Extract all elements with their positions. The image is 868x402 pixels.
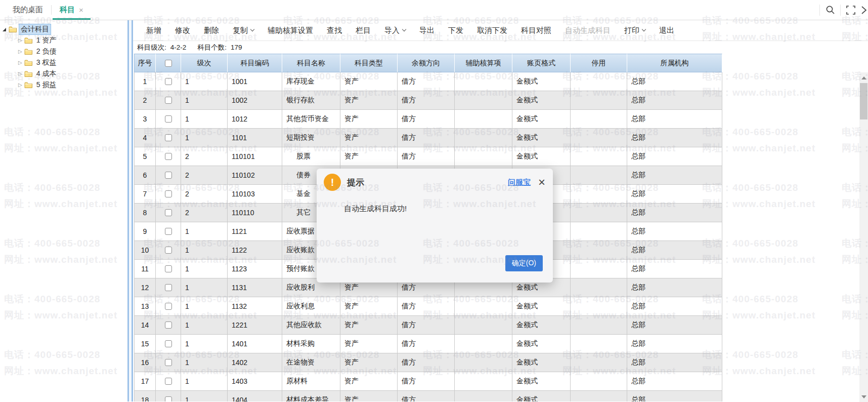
toolbar-button-label: 打印 bbox=[624, 26, 639, 35]
toolbar-button-导出[interactable]: 导出 bbox=[419, 26, 435, 35]
toolbar-button-取消下发[interactable]: 取消下发 bbox=[477, 26, 507, 35]
tree-node-5[interactable]: ▷5 损益 bbox=[0, 79, 127, 91]
toolbar-button-复制[interactable]: 复制 bbox=[233, 26, 254, 35]
table-cell: 金额式 bbox=[512, 147, 571, 166]
header-辅助核算项[interactable]: 辅助核算项 bbox=[455, 54, 512, 72]
row-checkbox[interactable] bbox=[165, 359, 172, 366]
tree-children: ▷1 资产▷2 负债▷3 权益▷4 成本▷5 损益 bbox=[0, 35, 127, 91]
tab-subjects-label: 科目 bbox=[60, 5, 75, 15]
row-checkbox[interactable] bbox=[165, 134, 172, 141]
caret-expanded-icon[interactable] bbox=[3, 28, 6, 31]
row-checkbox[interactable] bbox=[165, 153, 172, 160]
row-checkbox[interactable] bbox=[165, 190, 172, 197]
caret-collapsed-icon[interactable]: ▷ bbox=[18, 49, 22, 54]
toolbar-button-修改[interactable]: 修改 bbox=[175, 26, 190, 35]
row-checkbox[interactable] bbox=[165, 209, 172, 216]
caret-collapsed-icon[interactable]: ▷ bbox=[18, 38, 22, 43]
folder-icon bbox=[24, 59, 33, 66]
row-checkbox[interactable] bbox=[165, 247, 172, 254]
row-checkbox[interactable] bbox=[165, 265, 172, 272]
subject-info-bar: 科目级次: 4-2-2 科目个数: 179 bbox=[133, 41, 868, 54]
row-checkbox[interactable] bbox=[165, 321, 172, 329]
tree-item-label[interactable]: 1 资产 bbox=[35, 35, 58, 46]
row-checkbox-cell bbox=[156, 166, 181, 185]
table-cell: 1131 bbox=[228, 278, 282, 297]
toolbar-button-退出[interactable]: 退出 bbox=[659, 26, 674, 35]
scroll-down-arrow[interactable] bbox=[859, 392, 868, 401]
table-cell: 1002 bbox=[228, 91, 282, 110]
header-账页格式[interactable]: 账页格式 bbox=[512, 54, 571, 72]
tree-node-3[interactable]: ▷3 权益 bbox=[0, 57, 127, 68]
toolbar-button-删除[interactable]: 删除 bbox=[204, 26, 219, 35]
table-cell: 2 bbox=[181, 204, 228, 222]
tree-node-root[interactable]: 会计科目 bbox=[0, 24, 127, 35]
header-科目名称[interactable]: 科目名称 bbox=[282, 54, 340, 72]
scrollbar-thumb[interactable] bbox=[860, 83, 867, 119]
table-cell: 1001 bbox=[228, 72, 282, 91]
fullscreen-icon[interactable] bbox=[841, 6, 861, 15]
header-余额方向[interactable]: 余额方向 bbox=[398, 54, 455, 72]
table-cell: 17 bbox=[134, 372, 156, 391]
tab-close-icon[interactable]: × bbox=[79, 6, 83, 14]
header-所属机构[interactable]: 所属机构 bbox=[627, 54, 722, 72]
tab-my-desktop[interactable]: 我的桌面 bbox=[0, 0, 51, 20]
header-停用[interactable]: 停用 bbox=[571, 54, 627, 72]
toolbar-button-下发[interactable]: 下发 bbox=[448, 26, 463, 35]
caret-collapsed-icon[interactable]: ▷ bbox=[18, 60, 22, 65]
row-checkbox[interactable] bbox=[165, 78, 172, 85]
dialog-close-icon[interactable]: × bbox=[538, 176, 545, 188]
row-checkbox[interactable] bbox=[165, 303, 172, 310]
tab-my-desktop-label: 我的桌面 bbox=[13, 5, 43, 15]
toolbar-button-查找[interactable]: 查找 bbox=[327, 26, 342, 35]
table-cell: 4 bbox=[134, 129, 156, 147]
tabs: 我的桌面 科目 × bbox=[0, 0, 92, 20]
row-checkbox[interactable] bbox=[165, 284, 172, 291]
toolbar-button-label: 取消下发 bbox=[477, 26, 507, 35]
caret-collapsed-icon[interactable]: ▷ bbox=[18, 83, 22, 88]
toolbar-button-辅助核算设置[interactable]: 辅助核算设置 bbox=[268, 26, 313, 35]
row-checkbox-cell bbox=[156, 316, 181, 335]
row-checkbox[interactable] bbox=[165, 396, 172, 401]
chevron-right-icon[interactable] bbox=[861, 6, 868, 15]
header-序号[interactable]: 序号 bbox=[134, 54, 156, 72]
row-checkbox[interactable] bbox=[165, 97, 172, 104]
row-checkbox[interactable] bbox=[165, 340, 172, 347]
row-checkbox-cell bbox=[156, 204, 181, 222]
toolbar-button-栏目[interactable]: 栏目 bbox=[356, 26, 371, 35]
sidebar-splitter[interactable] bbox=[127, 20, 133, 401]
tree-node-2[interactable]: ▷2 负债 bbox=[0, 46, 127, 57]
row-checkbox-cell bbox=[156, 110, 181, 129]
caret-collapsed-icon[interactable]: ▷ bbox=[18, 71, 22, 76]
toolbar-button-新增[interactable]: 新增 bbox=[146, 26, 161, 35]
dialog-title: 提示 bbox=[347, 177, 364, 188]
table-cell bbox=[455, 297, 512, 316]
scroll-up-arrow[interactable] bbox=[859, 73, 868, 82]
tab-subjects[interactable]: 科目 × bbox=[52, 0, 92, 20]
tree-item-label[interactable]: 4 成本 bbox=[35, 69, 58, 79]
tree-node-4[interactable]: ▷4 成本 bbox=[0, 68, 127, 79]
chevron-down-icon bbox=[250, 27, 254, 31]
row-checkbox[interactable] bbox=[165, 115, 172, 123]
toolbar-button-打印[interactable]: 打印 bbox=[624, 26, 645, 35]
toolbar-button-科目对照[interactable]: 科目对照 bbox=[521, 26, 551, 35]
table-cell: 总部 bbox=[627, 353, 722, 372]
tree-node-1[interactable]: ▷1 资产 bbox=[0, 35, 127, 46]
toolbar-button-导入[interactable]: 导入 bbox=[384, 26, 406, 35]
tree-root-label[interactable]: 会计科目 bbox=[19, 24, 51, 34]
table-cell: 110103 bbox=[228, 185, 282, 204]
search-icon[interactable] bbox=[820, 5, 840, 15]
row-checkbox[interactable] bbox=[165, 228, 172, 235]
header-select-all[interactable] bbox=[156, 54, 181, 72]
header-科目类型[interactable]: 科目类型 bbox=[340, 54, 398, 72]
help-link[interactable]: 问服宝 bbox=[508, 178, 531, 187]
tree-item-label[interactable]: 5 损益 bbox=[35, 80, 58, 90]
row-checkbox[interactable] bbox=[165, 378, 172, 385]
vertical-scrollbar[interactable] bbox=[859, 72, 868, 402]
header-科目编码[interactable]: 科目编码 bbox=[228, 54, 282, 72]
tree-item-label[interactable]: 2 负债 bbox=[35, 47, 58, 57]
select-all-checkbox[interactable] bbox=[165, 60, 172, 67]
ok-button[interactable]: 确定(O) bbox=[505, 255, 543, 271]
header-级次[interactable]: 级次 bbox=[181, 54, 228, 72]
tree-item-label[interactable]: 3 权益 bbox=[35, 58, 58, 68]
row-checkbox[interactable] bbox=[165, 172, 172, 179]
